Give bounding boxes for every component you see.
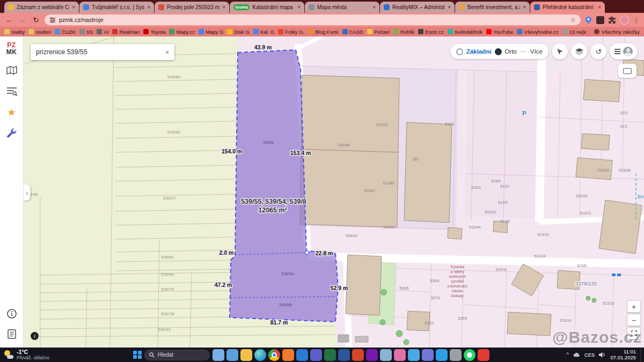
bookmark-star-icon[interactable]: ☆ [570, 16, 576, 24]
language-indicator[interactable]: CES [584, 352, 595, 358]
puzzle-extensions-icon[interactable] [608, 16, 616, 24]
tab-close-icon[interactable]: × [147, 4, 150, 10]
bookmark-item[interactable]: Eretz.cz [418, 29, 443, 35]
whatsapp-icon[interactable] [464, 349, 475, 361]
volume-icon[interactable] [599, 351, 606, 358]
bookmark-item[interactable]: reality [4, 29, 25, 35]
info-icon[interactable] [6, 308, 18, 320]
forward-button[interactable]: → [18, 16, 27, 24]
browser-tab[interactable]: Přehledné katastrální map...× [530, 2, 605, 13]
clear-search-icon[interactable]: × [165, 48, 169, 56]
tools-wrench-icon[interactable] [6, 127, 18, 139]
bookmark-item[interactable]: ČUZK [55, 29, 76, 35]
bookmark-item[interactable]: SS [79, 29, 93, 35]
store-icon[interactable] [436, 349, 448, 361]
browser-tab[interactable]: Prodej pole 250933 m², Má...× [155, 2, 229, 13]
excel-icon[interactable] [324, 349, 336, 361]
bookmark-item[interactable]: Toyota [143, 29, 165, 35]
browser-tab[interactable]: RealityMIX – Administrační...× [380, 2, 455, 13]
show-desktop-button[interactable] [640, 348, 642, 362]
bookmark-item[interactable]: Kal. G [253, 29, 274, 35]
bookmark-item[interactable]: Vševyhodne.cz [517, 29, 558, 35]
history-button[interactable]: ↺ [590, 43, 606, 60]
bookmark-item[interactable]: CASD [342, 29, 363, 35]
zoom-out-button[interactable]: − [627, 314, 641, 326]
bookmark-item[interactable]: Počasí [367, 29, 390, 35]
bookmark-item[interactable]: Mapy.cz [169, 29, 195, 35]
zoom-in-button[interactable]: + [627, 300, 641, 313]
site-info-icon[interactable] [49, 17, 56, 23]
browser-tab[interactable]: Mapa města× [305, 2, 379, 13]
photos-icon[interactable] [408, 349, 420, 361]
basemap-ortho-button[interactable]: Orto [505, 48, 517, 55]
favorites-star-icon[interactable]: ★ [6, 106, 18, 118]
weather-widget[interactable]: -1°C Převáž. oblačno [0, 349, 49, 360]
bookmark-item[interactable]: YouTube [486, 29, 513, 35]
taskbar-search[interactable]: Hledat [144, 350, 210, 360]
screenshot-tool-button[interactable] [618, 64, 636, 78]
onenote-icon[interactable] [366, 349, 378, 361]
layers-button[interactable] [571, 43, 587, 60]
locate-pointer-button[interactable] [552, 43, 568, 60]
tab-close-icon[interactable]: × [448, 4, 451, 10]
onedrive-icon[interactable] [573, 351, 580, 358]
basemap-more-button[interactable]: Více [530, 48, 543, 55]
browser-tab[interactable]: Benefit investment, a.s. (Iv...× [455, 2, 530, 13]
panel-expander[interactable]: › [24, 184, 31, 201]
extension-icon[interactable] [596, 16, 604, 24]
bookmark-item[interactable]: Realman [112, 29, 140, 35]
edge-browser-icon[interactable] [254, 349, 266, 361]
all-bookmarks-button[interactable]: Všechny záložky [590, 29, 640, 35]
chrome-browser-icon[interactable] [268, 349, 280, 361]
bookmark-item[interactable]: osobní [28, 29, 51, 35]
task-view-icon[interactable] [213, 349, 224, 361]
map-tool-icon[interactable] [6, 64, 18, 76]
list-search-tool-icon[interactable] [6, 85, 18, 97]
bookmark-item[interactable]: Blog Furst [308, 29, 338, 35]
browser-tab[interactable]: Tvůjmakléř s.r.o. | Systém R...× [79, 2, 154, 13]
tab-close-icon[interactable]: × [297, 4, 301, 10]
tab-close-icon[interactable]: × [222, 4, 225, 10]
tray-overflow-button[interactable]: ^ [566, 352, 569, 358]
start-button[interactable] [133, 351, 142, 359]
acrobat-icon[interactable] [478, 349, 489, 361]
firefox-browser-icon[interactable] [282, 349, 294, 361]
browser-tab[interactable]: GeoPasKatastrální mapa | GeoPas...× [230, 2, 304, 13]
bookmark-item[interactable]: Fotky G. [278, 29, 304, 35]
bookmark-item[interactable]: Disk G [227, 29, 250, 35]
measure-vertex-dot[interactable] [305, 251, 309, 255]
bookmark-item[interactable]: Světoběžník [448, 29, 482, 35]
tab-close-icon[interactable]: × [72, 4, 75, 10]
tab-close-icon[interactable]: × [523, 4, 526, 10]
calculator-icon[interactable] [422, 349, 434, 361]
basemap-basic-button[interactable]: Základní [466, 48, 492, 55]
teams-icon[interactable] [310, 349, 322, 361]
cadastral-map[interactable]: 539/80539/92539/48539/37539/81539/83539/… [24, 36, 644, 348]
back-button[interactable]: ← [4, 16, 14, 24]
account-menu-button[interactable] [610, 43, 638, 60]
bookmark-item[interactable]: Mapy G [199, 29, 223, 35]
taskbar-clock[interactable]: 11:01 07.01.2025 [610, 349, 636, 361]
map-attribution-button[interactable]: i [31, 332, 39, 340]
profile-avatar[interactable] [620, 16, 629, 25]
search-input[interactable]: prizrenice 539/55 [36, 48, 160, 56]
bookmark-item[interactable]: Rohlik [393, 29, 414, 35]
tab-close-icon[interactable]: × [598, 4, 601, 10]
location-extension-icon[interactable] [584, 16, 592, 24]
browser-menu-icon[interactable]: ⋮ [633, 16, 640, 24]
tab-close-icon[interactable]: × [372, 4, 376, 10]
bookmark-item[interactable]: 13 nejlepších zdrojů... [562, 29, 586, 35]
browser-tab[interactable]: Záznam z webináře CeMap× [4, 2, 79, 13]
bookmark-item[interactable]: AI [97, 29, 108, 35]
widgets-icon[interactable] [226, 349, 238, 361]
paint-icon[interactable] [394, 349, 406, 361]
settings-icon[interactable] [450, 349, 462, 361]
file-explorer-icon[interactable] [240, 349, 252, 361]
address-bar[interactable]: pzmk.cz/nastroje ☆ [45, 14, 581, 25]
powerpoint-icon[interactable] [352, 349, 364, 361]
document-icon[interactable] [6, 328, 18, 340]
map-search-box[interactable]: prizrenice 539/55 × [31, 44, 174, 60]
outlook-icon[interactable] [296, 349, 308, 361]
word-icon[interactable] [338, 349, 350, 361]
reload-button[interactable]: ↻ [31, 16, 41, 24]
